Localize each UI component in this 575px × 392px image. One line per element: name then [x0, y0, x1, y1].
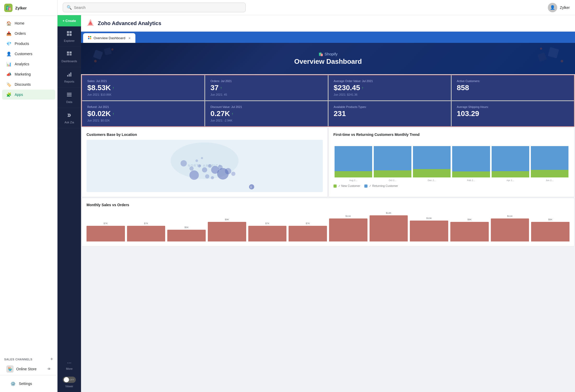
banner-deco-right	[533, 45, 565, 70]
add-sales-channel-button[interactable]: +	[50, 356, 53, 362]
svg-rect-25	[548, 47, 559, 58]
zoho-nav-dashboards[interactable]: Dashboards	[58, 47, 81, 67]
svg-point-41	[211, 176, 214, 179]
metric-card-4: Refund: Jul 2021 $0.02K ↑ Jun 2021: $0.0…	[82, 101, 204, 126]
metrics-grid: Sales: Jul 2021 $8.53K ↑ Jun 2021: $10.8…	[82, 75, 574, 127]
metric-card-2: Average Order Value: Jul 2021 $230.45 ↑ …	[329, 75, 451, 100]
tab-overview-dashboard[interactable]: Overview Dashboard ×	[83, 33, 135, 43]
apps-label: Apps	[15, 93, 23, 97]
trend-bar-label-5: Jun 2...	[546, 179, 554, 182]
metric-prev-2: Jun 2021: $241.36	[334, 93, 446, 96]
svg-point-34	[208, 164, 212, 168]
monthly-bar-value-3: $9K	[225, 218, 229, 221]
sidebar-item-online-store[interactable]: 🏪 Online Store 👁	[2, 363, 55, 375]
metric-trend-1: ↑	[220, 86, 222, 90]
topbar: 🔍 👤 Zylker	[58, 0, 575, 15]
sidebar-item-apps[interactable]: 🧩 Apps	[2, 90, 55, 100]
zoho-nav-data[interactable]: Data	[58, 88, 81, 108]
svg-rect-5	[70, 51, 72, 54]
metric-card-0: Sales: Jul 2021 $8.53K ↑ Jun 2021: $10.8…	[82, 75, 204, 100]
map-svg: i	[87, 140, 323, 192]
banner-title: Overview Dashboard	[294, 57, 362, 66]
legend-new-dot	[334, 185, 337, 188]
data-icon	[66, 92, 72, 99]
trend-bar-label-4: Apr 2...	[507, 179, 514, 182]
metric-value-5: 0.27K ↑	[210, 109, 322, 118]
zoho-create-button[interactable]: + Create	[58, 15, 81, 26]
svg-point-23	[94, 60, 97, 62]
dashboard-banner: 🛍️ Shopify Overview Dashboard	[81, 43, 575, 74]
search-input[interactable]	[74, 5, 242, 10]
trend-bar-chart: Aug 2... Oct 2... Dec 2... Feb 2... Apr …	[334, 140, 570, 182]
svg-rect-0	[67, 31, 69, 33]
legend-returning-label: ✓ Returning Customer	[369, 184, 398, 188]
sidebar-item-home[interactable]: 🏠 Home	[2, 18, 55, 28]
viewer-toggle[interactable]: OFF	[63, 377, 76, 383]
tab-close-button[interactable]: ×	[128, 36, 130, 40]
svg-rect-13	[67, 96, 72, 96]
bar-green-5	[531, 170, 568, 177]
metric-value-4: $0.02K ↑	[87, 109, 199, 118]
reports-icon	[66, 71, 72, 78]
monthly-bar-value-8: $10K	[426, 217, 432, 220]
metric-card-5: Discount Value: Jul 2021 0.27K ↑ Jun 202…	[205, 101, 327, 126]
sales-channels-header: SALES CHANNELS +	[0, 353, 57, 363]
metric-card-7: Average Shipping Hours: 103.29	[452, 101, 574, 126]
svg-rect-17	[88, 36, 89, 37]
svg-point-14	[69, 115, 70, 116]
orders-label: Orders	[15, 31, 26, 36]
sidebar-item-analytics[interactable]: 📊 Analytics	[2, 59, 55, 69]
metric-label-4: Refund: Jul 2021	[87, 105, 199, 108]
analytics-icon: 📊	[6, 61, 12, 67]
sidebar-item-settings[interactable]: ⚙️ Settings	[6, 379, 51, 389]
marketing-icon: 📣	[6, 72, 12, 77]
customers-label: Customers	[15, 52, 32, 56]
metric-card-6: Available Products Types: 231	[329, 101, 451, 126]
sidebar-item-discounts[interactable]: 🏷️ Discounts	[2, 79, 55, 89]
search-bar[interactable]: 🔍	[63, 3, 246, 12]
sidebar-item-products[interactable]: 💎 Products	[2, 39, 55, 49]
metric-value-3: 858	[457, 84, 569, 92]
more-icon: ···	[67, 360, 72, 366]
search-icon: 🔍	[67, 5, 72, 10]
sidebar-item-marketing[interactable]: 📣 Marketing	[2, 69, 55, 79]
svg-rect-6	[67, 54, 69, 55]
bar-blue-2	[413, 146, 451, 169]
svg-point-31	[189, 166, 194, 171]
sidebar-item-orders[interactable]: 📥 Orders	[2, 28, 55, 38]
zoho-nav-ask-zia[interactable]: Ask Zia	[58, 108, 81, 128]
zoho-nav-explorer[interactable]: Explorer	[58, 26, 81, 47]
metric-value-1: 37 ↑	[210, 84, 322, 92]
dashboards-label: Dashboards	[61, 60, 77, 63]
zoho-header: Zoho Advanced Analytics	[81, 15, 575, 32]
sidebar-header: 🛍️ Zylker	[0, 0, 57, 16]
trend-chart-title: First-time vs Returning Customers Monthl…	[334, 132, 570, 137]
online-store-visibility-icon[interactable]: 👁	[47, 367, 51, 371]
svg-rect-7	[70, 54, 72, 55]
metric-label-3: Active Customers:	[457, 79, 569, 83]
monthly-bar-8	[410, 221, 448, 241]
metric-label-0: Sales: Jul 2021	[87, 79, 199, 83]
banner-shopify-label: 🛍️ Shopify	[294, 52, 362, 56]
monthly-bar-chart: $7K $7K $5K $9K $7K $7K $11K $14K $10K $…	[87, 210, 570, 241]
customers-icon: 👤	[6, 51, 12, 56]
products-icon: 💎	[6, 41, 12, 46]
more-label: More	[66, 367, 72, 370]
svg-rect-11	[67, 93, 72, 94]
bar-blue-0	[335, 146, 372, 171]
svg-point-43	[196, 159, 198, 162]
zoho-nav-reports[interactable]: Reports	[58, 67, 81, 88]
monthly-bar-5	[289, 226, 327, 241]
zoho-nav-more[interactable]: ··· More	[60, 355, 79, 374]
metric-label-1: Orders: Jul 2021	[210, 79, 322, 83]
data-label: Data	[66, 100, 72, 103]
sidebar-item-customers[interactable]: 👤 Customers	[2, 49, 55, 59]
monthly-bar-value-4: $7K	[265, 222, 269, 225]
explorer-icon	[66, 31, 72, 38]
user-profile[interactable]: 👤 Zylker	[548, 3, 570, 12]
viewer-label: Viewer	[65, 385, 73, 388]
svg-text:i: i	[251, 185, 251, 189]
online-store-label: Online Store	[16, 367, 37, 371]
svg-rect-21	[93, 50, 103, 60]
bar-green-1	[374, 170, 411, 177]
